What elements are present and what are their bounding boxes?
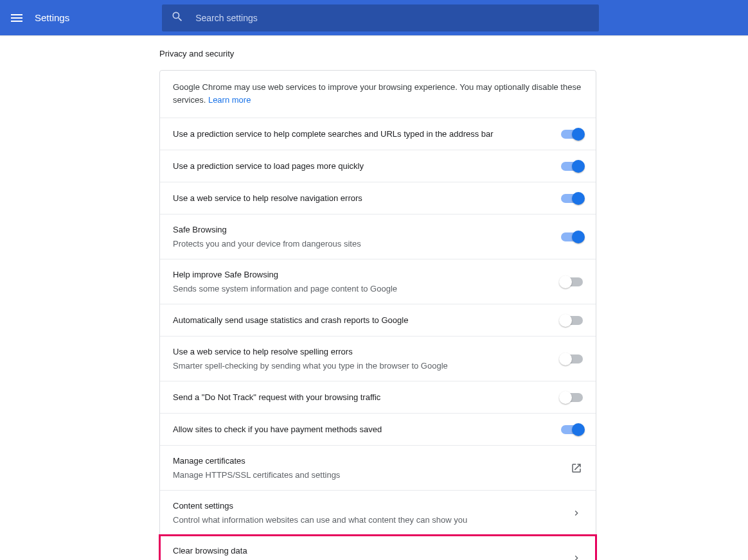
row-tail xyxy=(561,316,583,325)
row-tail xyxy=(570,507,583,520)
toggle-knob xyxy=(572,192,585,205)
row-primary-label: Help improve Safe Browsing xyxy=(173,268,551,281)
toggle-improve-safe-browsing[interactable] xyxy=(561,277,583,286)
section-title: Privacy and security xyxy=(159,49,234,58)
row-tail xyxy=(561,425,583,434)
toggle-knob xyxy=(572,231,585,243)
row-secondary-label: Control what information websites can us… xyxy=(173,514,560,527)
row-text: Use a prediction service to help complet… xyxy=(173,128,561,141)
toggle-prediction-preload[interactable] xyxy=(561,162,583,171)
row-tail xyxy=(561,393,583,402)
content-area: Privacy and security Google Chrome may u… xyxy=(0,36,748,560)
row-text: Use a web service to help resolve spelli… xyxy=(173,346,561,372)
search-icon xyxy=(171,10,184,26)
settings-row-content-settings[interactable]: Content settingsControl what information… xyxy=(160,491,596,536)
row-text: Automatically send usage statistics and … xyxy=(173,314,561,327)
row-text: Help improve Safe BrowsingSends some sys… xyxy=(173,268,561,295)
row-primary-label: Send a "Do Not Track" request with your … xyxy=(173,391,551,404)
settings-row-manage-certificates[interactable]: Manage certificatesManage HTTPS/SSL cert… xyxy=(160,446,596,491)
row-text: Send a "Do Not Track" request with your … xyxy=(173,391,561,404)
page-title: Settings xyxy=(35,12,69,23)
row-primary-label: Manage certificates xyxy=(173,455,560,468)
row-primary-label: Use a web service to help resolve naviga… xyxy=(173,192,551,205)
settings-row-prediction-address-bar: Use a prediction service to help complet… xyxy=(160,118,596,150)
row-primary-label: Safe Browsing xyxy=(173,223,551,236)
section-intro: Google Chrome may use web services to im… xyxy=(160,71,596,118)
row-tail xyxy=(570,462,583,475)
chevron-right-icon xyxy=(570,507,583,520)
settings-row-do-not-track: Send a "Do Not Track" request with your … xyxy=(160,381,596,414)
app-header: Settings xyxy=(0,0,748,35)
toggle-knob xyxy=(572,160,585,173)
learn-more-link[interactable]: Learn more xyxy=(208,95,251,105)
row-text: Use a web service to help resolve naviga… xyxy=(173,192,561,205)
row-secondary-label: Protects you and your device from danger… xyxy=(173,238,551,250)
row-text: Manage certificatesManage HTTPS/SSL cert… xyxy=(173,455,570,481)
toggle-knob xyxy=(572,128,585,141)
row-text: Use a prediction service to load pages m… xyxy=(173,160,561,173)
row-tail xyxy=(561,354,583,363)
row-tail xyxy=(561,232,583,241)
toggle-navigation-errors[interactable] xyxy=(561,194,583,203)
row-text: Content settingsControl what information… xyxy=(173,500,570,526)
toggle-do-not-track[interactable] xyxy=(561,393,583,402)
row-tail xyxy=(561,277,583,286)
toggle-knob xyxy=(559,353,572,365)
row-text: Clear browsing dataClear history, cookie… xyxy=(173,545,570,560)
settings-row-payment-check: Allow sites to check if you have payment… xyxy=(160,414,596,446)
row-secondary-label: Smarter spell-checking by sending what y… xyxy=(173,360,551,372)
search-settings[interactable] xyxy=(162,4,599,31)
row-primary-label: Use a web service to help resolve spelli… xyxy=(173,346,551,358)
settings-card: Google Chrome may use web services to im… xyxy=(159,70,596,560)
toggle-prediction-address-bar[interactable] xyxy=(561,130,583,139)
toggle-knob xyxy=(559,314,572,327)
settings-row-navigation-errors: Use a web service to help resolve naviga… xyxy=(160,182,596,214)
row-text: Safe BrowsingProtects you and your devic… xyxy=(173,223,561,250)
row-text: Allow sites to check if you have payment… xyxy=(173,423,561,436)
row-primary-label: Content settings xyxy=(173,500,560,512)
row-primary-label: Use a prediction service to help complet… xyxy=(173,128,551,141)
settings-row-clear-browsing-data[interactable]: Clear browsing dataClear history, cookie… xyxy=(160,536,596,560)
menu-icon[interactable] xyxy=(9,10,24,26)
chevron-right-icon xyxy=(570,552,583,561)
row-tail xyxy=(561,194,583,203)
toggle-safe-browsing[interactable] xyxy=(561,232,583,241)
settings-row-prediction-preload: Use a prediction service to load pages m… xyxy=(160,150,596,182)
row-tail xyxy=(570,552,583,561)
settings-row-safe-browsing: Safe BrowsingProtects you and your devic… xyxy=(160,214,596,259)
row-secondary-label: Manage HTTPS/SSL certificates and settin… xyxy=(173,469,560,482)
settings-row-spelling-errors: Use a web service to help resolve spelli… xyxy=(160,337,596,381)
open-external-icon xyxy=(570,462,583,475)
row-tail xyxy=(561,162,583,171)
row-primary-label: Automatically send usage statistics and … xyxy=(173,314,551,327)
toggle-usage-stats[interactable] xyxy=(561,316,583,325)
row-primary-label: Allow sites to check if you have payment… xyxy=(173,423,551,436)
toggle-payment-check[interactable] xyxy=(561,425,583,434)
settings-row-usage-stats: Automatically send usage statistics and … xyxy=(160,304,596,337)
toggle-knob xyxy=(559,276,572,288)
toggle-knob xyxy=(572,423,585,436)
row-primary-label: Use a prediction service to load pages m… xyxy=(173,160,551,173)
toggle-spelling-errors[interactable] xyxy=(561,354,583,363)
row-tail xyxy=(561,130,583,139)
row-primary-label: Clear browsing data xyxy=(173,545,560,557)
toggle-knob xyxy=(559,391,572,404)
search-input[interactable] xyxy=(195,13,590,23)
row-secondary-label: Sends some system information and page c… xyxy=(173,283,551,295)
settings-row-improve-safe-browsing: Help improve Safe BrowsingSends some sys… xyxy=(160,259,596,304)
